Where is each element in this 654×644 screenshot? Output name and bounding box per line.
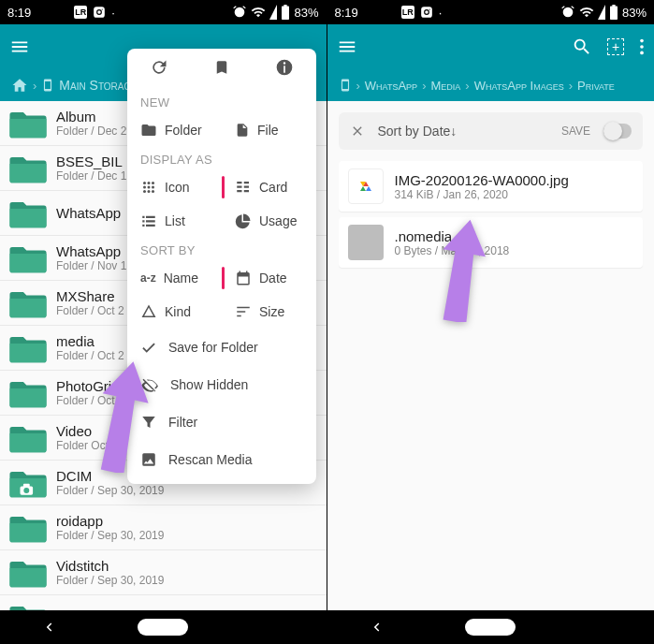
- home-icon[interactable]: [11, 77, 28, 94]
- status-bar: 8:19 LR · 83%: [327, 0, 655, 24]
- close-icon[interactable]: [350, 124, 365, 139]
- file-sub: Folder / Sep 30, 2019: [56, 484, 164, 497]
- rescan-media[interactable]: Rescan Media: [127, 441, 316, 478]
- file-name: PhotoGrid: [56, 378, 124, 394]
- display-card[interactable]: Card: [222, 170, 316, 204]
- back-icon[interactable]: [368, 619, 385, 636]
- sort-label[interactable]: Sort by Date↓: [378, 124, 458, 139]
- folder-icon: [0, 108, 56, 139]
- sort-kind[interactable]: Kind: [127, 295, 222, 329]
- sort-size[interactable]: Size: [222, 295, 316, 329]
- right-pane: 8:19 LR · 83% + ›: [327, 0, 655, 644]
- svg-rect-17: [244, 190, 249, 192]
- file-list[interactable]: IMG-20200126-WA0000.jpg 314 KiB / Jan 26…: [327, 161, 655, 268]
- file-name: .nomedia: [395, 228, 510, 244]
- lr-icon: LR: [401, 6, 414, 19]
- list-item[interactable]: IMG-20200126-WA0000.jpg 314 KiB / Jan 26…: [339, 161, 644, 212]
- svg-point-5: [152, 182, 154, 184]
- svg-point-11: [152, 190, 154, 193]
- new-folder[interactable]: Folder: [127, 113, 222, 147]
- refresh-icon: [150, 58, 168, 77]
- svg-point-10: [148, 190, 151, 193]
- bookmark-icon: [213, 58, 230, 77]
- show-hidden[interactable]: Show Hidden: [127, 366, 316, 403]
- file-icon: [235, 122, 250, 139]
- file-sub: Folder / Sep 30, 2019: [56, 529, 164, 542]
- instagram-icon: [420, 6, 433, 19]
- breadcrumb-item[interactable]: Media: [430, 79, 460, 93]
- save-for-folder[interactable]: Save for Folder: [127, 329, 316, 366]
- sort-bar: Sort by Date↓ SAVE: [339, 112, 644, 150]
- display-icon[interactable]: Icon: [127, 170, 222, 204]
- folder-icon: [0, 287, 56, 319]
- new-file[interactable]: File: [222, 113, 316, 147]
- breadcrumb-item[interactable]: WhatsApp Images: [474, 79, 564, 93]
- left-pane: 8:19 LR · 83% › Main: [0, 0, 327, 644]
- file-name: WhatsApp: [56, 243, 126, 259]
- status-dot-icon: ·: [111, 6, 115, 20]
- list-item[interactable]: .nomedia 0 Bytes / May 24, 2018: [339, 217, 644, 268]
- folder-icon: [0, 153, 56, 184]
- refresh-button[interactable]: [127, 58, 190, 80]
- hamburger-icon[interactable]: [337, 37, 357, 57]
- svg-rect-19: [146, 216, 155, 218]
- file-sub: Folder / Dec 2: [56, 124, 126, 138]
- file-name: media: [56, 333, 124, 349]
- calendar-icon: [235, 270, 252, 286]
- folder-icon: [0, 198, 56, 229]
- signal-icon: [598, 5, 605, 20]
- folder-icon: [0, 512, 56, 544]
- save-toggle[interactable]: [603, 124, 632, 139]
- breadcrumb-item[interactable]: Private: [577, 79, 615, 93]
- display-list[interactable]: List: [127, 204, 222, 238]
- folder-icon: [0, 377, 56, 409]
- sort-date[interactable]: Date: [222, 261, 316, 295]
- display-usage[interactable]: Usage: [222, 204, 316, 238]
- file-name: IMG-20200126-WA0000.jpg: [395, 172, 569, 188]
- storage-icon: [41, 77, 54, 94]
- folder-icon: [0, 557, 56, 589]
- back-icon[interactable]: [40, 619, 57, 636]
- battery-percent: 83%: [622, 6, 647, 20]
- folder-icon: [140, 122, 157, 139]
- file-sub: Folder / Sep 30, 2019: [56, 574, 164, 587]
- media-icon: [140, 451, 157, 468]
- svg-point-29: [640, 51, 644, 55]
- breadcrumb-item[interactable]: WhatsApp: [365, 79, 417, 93]
- instagram-icon: [93, 6, 106, 19]
- file-name: BSES_BIL: [56, 154, 126, 169]
- filter[interactable]: Filter: [127, 403, 316, 441]
- folder-icon: [0, 332, 56, 364]
- pie-icon: [235, 212, 252, 229]
- filter-icon: [140, 414, 157, 431]
- svg-point-8: [152, 186, 154, 189]
- chevron-right-icon: ›: [569, 79, 573, 93]
- alarm-icon: [560, 5, 575, 20]
- alarm-icon: [232, 5, 247, 20]
- bookmark-button[interactable]: [191, 58, 254, 80]
- select-icon[interactable]: +: [607, 38, 624, 55]
- sort-name[interactable]: a-zName: [127, 261, 222, 295]
- svg-rect-15: [244, 182, 249, 183]
- kind-icon: [140, 303, 157, 320]
- hamburger-icon[interactable]: [9, 37, 30, 57]
- file-name: Video: [56, 423, 118, 439]
- home-pill[interactable]: [465, 619, 516, 636]
- app-bar: +: [327, 24, 655, 69]
- svg-rect-1: [23, 483, 30, 487]
- status-time: 8:19: [335, 6, 358, 20]
- search-icon[interactable]: [572, 37, 592, 57]
- more-icon[interactable]: [639, 37, 645, 57]
- check-icon: [140, 339, 157, 356]
- info-button[interactable]: [254, 58, 316, 80]
- breadcrumb-item[interactable]: Main Storage: [59, 78, 138, 93]
- section-display: DISPLAY AS: [127, 147, 316, 170]
- file-sub: Folder / Nov 1: [56, 259, 126, 272]
- home-pill[interactable]: [138, 619, 188, 636]
- list-item[interactable]: roidapp Folder / Sep 30, 2019: [0, 505, 327, 550]
- image-icon: [36, 6, 50, 19]
- breadcrumb: › WhatsApp › Media › WhatsApp Images › P…: [327, 69, 655, 101]
- svg-rect-24: [237, 307, 250, 309]
- list-item[interactable]: Vidstitch Folder / Sep 30, 2019: [0, 550, 327, 595]
- file-name: roidapp: [56, 513, 164, 529]
